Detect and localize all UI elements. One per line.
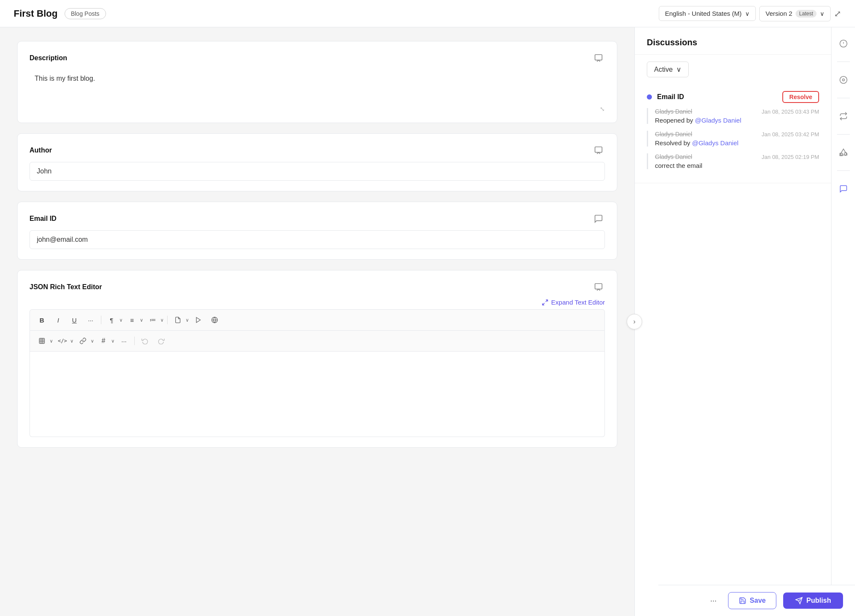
comment-mention-2: @Gladys Daniel (692, 139, 739, 147)
author-input[interactable] (29, 162, 605, 181)
svg-rect-14 (39, 338, 44, 343)
email-comment-icon[interactable] (592, 212, 605, 225)
header-left: First Blog Blog Posts (14, 8, 106, 19)
expand-text-editor-link[interactable]: Expand Text Editor (542, 299, 605, 306)
link-button[interactable] (76, 334, 90, 348)
comment-text-1: Reopened by @Gladys Daniel (655, 117, 819, 124)
icon-strip (831, 27, 855, 616)
publish-label: Publish (806, 597, 831, 604)
settings-circle-icon[interactable] (836, 72, 851, 88)
description-section: Description This is my first blog. ⤡ (17, 41, 617, 123)
rich-text-comment-icon[interactable] (592, 281, 605, 293)
email-input[interactable] (29, 230, 605, 249)
comment-time-3: Jan 08, 2025 02:19 PM (762, 154, 819, 160)
language-selector[interactable]: English - United States (M) ∨ (659, 6, 756, 21)
svg-point-22 (840, 76, 847, 84)
svg-rect-6 (595, 284, 602, 289)
strip-divider-2 (837, 98, 850, 98)
save-button[interactable]: Save (728, 592, 776, 609)
bold-button[interactable]: B (35, 313, 49, 327)
email-header: Email ID (29, 212, 605, 225)
file-chevron: ∨ (186, 317, 189, 323)
header-center: English - United States (M) ∨ Version 2 … (659, 6, 841, 21)
discussion-field-row: Email ID Resolve (647, 91, 819, 103)
comment-entry-1: Gladys Daniel Jan 08, 2025 03:43 PM Reop… (647, 108, 819, 124)
version-label: Version 2 (766, 10, 793, 17)
description-comment-icon[interactable] (592, 52, 605, 65)
more-options-button[interactable]: ··· (706, 593, 721, 608)
editor-toolbar-row2: ∨ </> ∨ ∨ # ∨ (29, 331, 605, 352)
paragraph-dropdown[interactable]: ¶ ∨ (105, 313, 123, 327)
italic-button[interactable]: I (51, 313, 65, 327)
redo-button[interactable] (154, 334, 168, 348)
status-dropdown[interactable]: Active ∨ (647, 62, 689, 77)
description-label: Description (29, 54, 67, 62)
version-chevron-icon: ∨ (820, 10, 824, 17)
file-button[interactable] (171, 313, 185, 327)
comment-time-1: Jan 08, 2025 03:43 PM (762, 109, 819, 115)
compare-icon[interactable] (836, 109, 851, 124)
discussions-title: Discussions (635, 27, 831, 55)
align-dropdown[interactable]: ≡ ∨ (125, 313, 143, 327)
comment-body-2: Resolved by (655, 139, 690, 147)
description-value[interactable]: This is my first blog. (29, 70, 605, 104)
hashtag-chevron: ∨ (111, 338, 115, 344)
status-chevron-icon: ∨ (676, 65, 681, 73)
code-button[interactable]: </> (56, 334, 69, 348)
table-chevron: ∨ (50, 338, 53, 344)
bottom-bar: ··· Save Publish (658, 585, 855, 616)
panel-toggle-button[interactable]: › (627, 314, 642, 329)
comment-meta-1: Gladys Daniel Jan 08, 2025 03:43 PM (655, 108, 819, 115)
rich-text-header: JSON Rich Text Editor (29, 281, 605, 293)
expand-text-label: Expand Text Editor (551, 299, 605, 306)
more-format-button[interactable]: ··· (84, 313, 97, 327)
publish-button[interactable]: Publish (783, 593, 843, 609)
blog-posts-tag[interactable]: Blog Posts (65, 8, 106, 19)
table-button[interactable] (35, 334, 49, 348)
resolve-button[interactable]: Resolve (782, 91, 819, 103)
status-label: Active (654, 66, 673, 73)
list-chevron: ∨ (160, 317, 164, 323)
author-comment-icon[interactable] (592, 144, 605, 157)
hashtag-dropdown[interactable]: # ∨ (97, 334, 115, 348)
author-header: Author (29, 144, 605, 157)
status-filter: Active ∨ (635, 55, 831, 84)
embed-button[interactable] (208, 313, 221, 327)
table-dropdown[interactable]: ∨ (35, 334, 53, 348)
editor-content[interactable] (29, 352, 605, 437)
list-button[interactable]: ≔ (146, 313, 159, 327)
code-dropdown[interactable]: </> ∨ (56, 334, 74, 348)
align-chevron: ∨ (140, 317, 143, 323)
file-dropdown[interactable]: ∨ (171, 313, 189, 327)
svg-rect-3 (595, 147, 602, 153)
author-label: Author (29, 147, 52, 154)
info-icon[interactable] (836, 36, 851, 51)
hashtag-button[interactable]: # (97, 334, 110, 348)
language-label: English - United States (M) (665, 10, 742, 17)
svg-point-23 (842, 79, 844, 81)
toolbar-divider-2 (167, 316, 168, 324)
save-label: Save (750, 597, 766, 604)
video-button[interactable] (192, 313, 205, 327)
undo-button[interactable] (138, 334, 152, 348)
link-chevron: ∨ (91, 338, 94, 344)
more-toolbar-button[interactable]: ··· (117, 334, 131, 348)
discussions-icon[interactable] (836, 181, 851, 197)
comment-entry-3: Gladys Daniel Jan 08, 2025 02:19 PM corr… (647, 153, 819, 169)
paragraph-button[interactable]: ¶ (105, 313, 118, 327)
list-dropdown[interactable]: ≔ ∨ (146, 313, 164, 327)
description-resize-handle: ⤡ (29, 106, 605, 112)
comment-meta-2: Gladys Daniel Jan 08, 2025 03:42 PM (655, 131, 819, 138)
link-dropdown[interactable]: ∨ (76, 334, 94, 348)
main-layout: Description This is my first blog. ⤡ Aut… (0, 27, 855, 616)
strip-divider-4 (837, 170, 850, 171)
align-button[interactable]: ≡ (125, 313, 139, 327)
underline-button[interactable]: U (68, 313, 81, 327)
svg-line-9 (546, 300, 548, 302)
version-selector[interactable]: Version 2 Latest ∨ (759, 6, 831, 21)
fullscreen-icon[interactable]: ⤢ (834, 9, 841, 19)
comment-text-3: correct the email (655, 162, 819, 169)
shapes-icon[interactable] (836, 145, 851, 160)
version-badge: Latest (796, 10, 817, 18)
comment-text-2: Resolved by @Gladys Daniel (655, 139, 819, 147)
